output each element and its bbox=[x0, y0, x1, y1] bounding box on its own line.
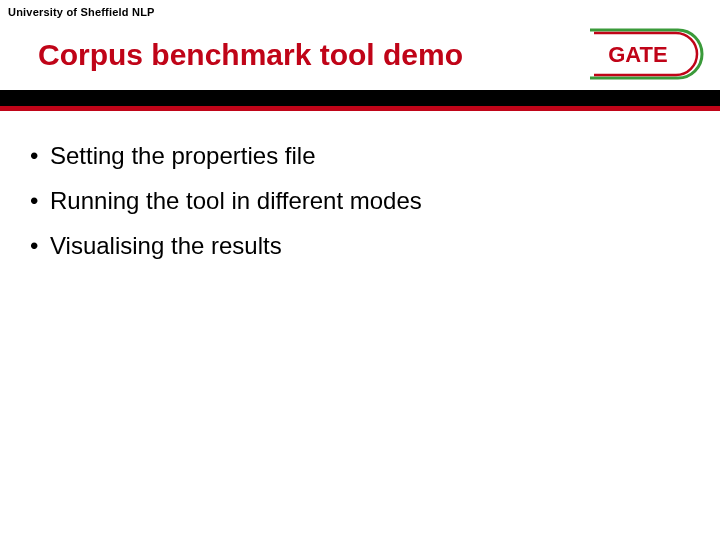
bullet-text: Visualising the results bbox=[50, 230, 282, 261]
slide-title: Corpus benchmark tool demo bbox=[38, 38, 463, 72]
bullet-icon: • bbox=[30, 189, 50, 213]
list-item: • Visualising the results bbox=[30, 230, 690, 261]
header-rule-dark bbox=[0, 90, 720, 106]
bullet-icon: • bbox=[30, 144, 50, 168]
bullet-list: • Setting the properties file • Running … bbox=[30, 140, 690, 276]
gate-logo: GATE bbox=[588, 28, 706, 80]
affiliation-text: University of Sheffield NLP bbox=[8, 6, 155, 18]
list-item: • Running the tool in different modes bbox=[30, 185, 690, 216]
bullet-text: Running the tool in different modes bbox=[50, 185, 422, 216]
gate-logo-text: GATE bbox=[608, 42, 667, 67]
list-item: • Setting the properties file bbox=[30, 140, 690, 171]
bullet-text: Setting the properties file bbox=[50, 140, 316, 171]
header-rule-red bbox=[0, 106, 720, 111]
bullet-icon: • bbox=[30, 234, 50, 258]
